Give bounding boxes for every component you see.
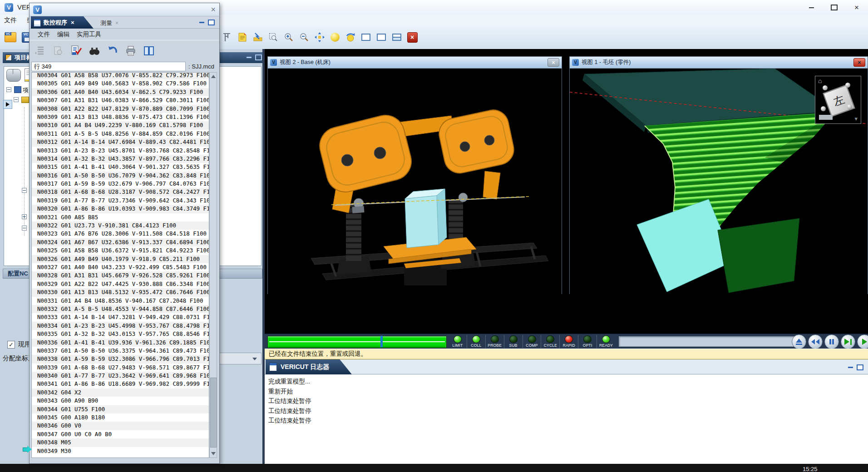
nc-code-line[interactable]: N00331 G01 A4 B4 U48.8536 V-940.167 C87.… [32,297,209,305]
tab-measure[interactable]: 测量 × [97,18,122,29]
nc-code-line[interactable]: N00327 G01 A40 B40 U43.233 V-922.499 C85… [32,263,209,271]
nc-code-line[interactable]: N00334 G01 A-23 B-23 U45.4998 V-953.767 … [32,322,209,330]
tree-collapse-box[interactable] [6,87,11,92]
tab-close-icon[interactable]: × [115,20,118,26]
nc-code-line[interactable]: N00321 G00 A85 B85 [32,213,209,221]
scroll-down-icon[interactable] [211,452,216,455]
nc-code-line[interactable]: N00329 G01 A22 B22 U47.4425 V-930.888 C8… [32,280,209,288]
tree-current-marker[interactable] [3,100,12,109]
tree-expand-box[interactable] [22,214,27,219]
nc-code-line[interactable]: N00310 G01 A4 B4 U49.2239 V-880.169 C81.… [32,121,209,129]
logger-float-icon[interactable] [857,364,863,370]
measure-tool-button[interactable] [221,31,233,43]
nc-undo-button[interactable] [106,44,119,58]
nc-check-button[interactable] [69,44,83,58]
section-button[interactable] [252,31,264,43]
nc-minimize-icon[interactable] [199,22,204,23]
nc-code-line[interactable]: N00313 G01 A-23 B-23 U45.8701 V-893.768 … [32,147,209,155]
nc-menu-edit[interactable]: 编辑 [54,30,73,39]
viewport2-canvas[interactable] [268,69,562,294]
tab-nc-program[interactable]: 数控程序 × [31,16,94,29]
nc-code-line[interactable]: N00319 G01 A-77 B-77 U23.7346 V-909.642 … [32,197,209,205]
step-button[interactable] [841,334,855,349]
home-view-icon[interactable]: ⌂ [818,77,822,84]
nc-menu-file[interactable]: 文件 [34,30,54,39]
viewport1-close-button[interactable]: × [853,58,865,67]
nc-print-button[interactable] [124,44,138,58]
nc-find-button[interactable] [88,44,101,58]
nc-code-line[interactable]: N00340 G01 A-77 B-77 U23.3642 V-969.641 … [32,372,209,380]
scroll-thumb[interactable] [210,378,217,447]
nc-code-line[interactable]: N00330 G01 A13 B13 U48.5132 V-935.472 C8… [32,288,209,296]
menu-file[interactable]: 文件 [0,15,21,26]
led-limit[interactable]: LIMIT [449,335,467,348]
nc-code-line[interactable]: N00309 G01 A13 B13 U48.8836 V-875.473 C8… [32,113,209,121]
nc-code-line[interactable]: N00317 G01 A-59 B-59 U32.679 V-906.797 C… [32,180,209,188]
tab-close-icon[interactable]: × [71,19,74,26]
led-cycle[interactable]: CYCLE [541,335,560,348]
zoom-in-button[interactable] [283,31,295,43]
nc-code-line[interactable]: N00308 G01 A22 B22 U47.8129 V-870.889 C8… [32,105,209,113]
led-probe[interactable]: PROBE [486,335,504,348]
panel-minimize-icon[interactable] [247,57,252,58]
logger-tab[interactable]: VERICUT 日志器 [266,359,352,374]
nc-code-line[interactable]: N00320 G01 A-86 B-86 U19.0393 V-909.983 … [32,205,209,213]
viewport1-canvas[interactable]: ⌂ 左 ▾ [570,69,868,294]
nc-code-area[interactable]: N00304 G01 A58 B58 U37.0076 V-855.822 C7… [31,72,209,458]
layout-two-row-button[interactable] [391,31,403,43]
led-ready[interactable]: READY [597,335,615,348]
led-sub[interactable]: SUB [504,335,523,348]
nc-code-line[interactable]: N00322 G01 U23.73 V-910.381 C84.4123 F10… [32,221,209,230]
led-comp[interactable]: COMP [523,335,542,348]
nc-code-line[interactable]: N00338 G01 A-59 B-59 U32.3086 V-966.796 … [32,355,209,363]
rewind-button[interactable] [808,334,823,349]
nc-code-line[interactable]: N00325 G01 A58 B58 U36.6372 V-915.821 C8… [32,246,209,255]
shade-view-button[interactable] [329,31,341,43]
fit-view-button[interactable] [314,31,326,43]
nc-code-line[interactable]: N00328 G01 A31 B31 U45.6679 V-926.528 C8… [32,271,209,280]
nc-code-line[interactable]: N00314 G01 A-32 B-32 U43.3857 V-897.766 … [32,155,209,163]
nc-code-line[interactable]: N00348 M05 [32,438,209,447]
close-button[interactable]: × [845,0,868,15]
tree-collapse-box[interactable] [22,226,27,231]
active-checkbox[interactable]: ✓ [7,341,15,349]
led-coll[interactable]: COLL [467,335,486,348]
nc-code-line[interactable]: N00341 G01 A-86 B-86 U18.6689 V-969.982 … [32,380,209,388]
nc-code-line[interactable]: N00337 G01 A-50 B-50 U36.3375 V-964.361 … [32,347,209,355]
close-view-button[interactable]: × [406,31,418,43]
nc-float-icon[interactable] [208,20,215,25]
open-project-button[interactable]: VC [5,31,16,43]
nc-code-line[interactable]: N00311 G01 A-5 B-5 U48.8256 V-884.859 C8… [32,130,209,138]
speed-slider[interactable] [619,336,799,347]
nc-code-line[interactable]: N00345 G00 A180 B180 [32,413,209,422]
nc-code-line[interactable]: N00336 G01 A-41 B-41 U39.936 V-961.326 C… [32,339,209,347]
rotate-view-button[interactable] [345,31,356,43]
progress-bar[interactable] [267,336,447,348]
viewport2-titlebar[interactable]: V 视图 2 - Base (机床) × [268,57,562,69]
nc-code-line[interactable]: N00335 G01 A-32 B-32 U43.0153 V-957.765 … [32,330,209,338]
nc-code-line[interactable]: N00324 G01 A67 B67 U32.6386 V-913.337 C8… [32,238,209,246]
nc-code-line[interactable]: N00339 G01 A-68 B-68 U27.9483 V-968.571 … [32,364,209,372]
orientation-cube[interactable]: ⌂ 左 ▾ [815,76,861,124]
logger-minimize-icon[interactable] [848,367,853,368]
nc-columns-button[interactable] [142,44,156,58]
nc-code-line[interactable]: N00344 G01 U755 F100 [32,405,209,413]
cube-menu-icon[interactable]: ▾ [854,115,858,122]
scroll-up-icon[interactable] [211,75,216,78]
nc-code-line[interactable]: N00323 G01 A76 B76 U28.3006 V-911.508 C8… [32,230,209,238]
nc-window-titlebar[interactable]: V × [30,3,219,16]
nc-code-line[interactable]: N00307 G01 A31 B31 U46.0383 V-866.529 C8… [32,96,209,104]
nc-menu-utilities[interactable]: 实用工具 [73,30,105,39]
progress-marker[interactable] [380,336,383,347]
nc-code-line[interactable]: N00306 G01 A40 B40 U43.6034 V-862.5 C79.… [32,88,209,96]
nc-code-line[interactable]: N00332 G01 A-5 B-5 U48.4553 V-944.858 C8… [32,305,209,313]
report-button[interactable] [237,31,248,43]
panel-float-icon[interactable] [255,54,262,60]
nc-code-line[interactable]: N00349 M30 [32,447,209,455]
play-button[interactable] [857,334,868,349]
layout-two-col-button[interactable] [375,31,387,43]
nc-search-doc-button[interactable] [51,44,65,58]
nc-window-close-button[interactable]: × [211,5,216,14]
logger-content[interactable]: 完成重置模型...重新开始工位结束处暂停工位结束处暂停工位结束处暂停 [265,374,868,464]
mouse-tool-icon[interactable] [6,69,21,82]
